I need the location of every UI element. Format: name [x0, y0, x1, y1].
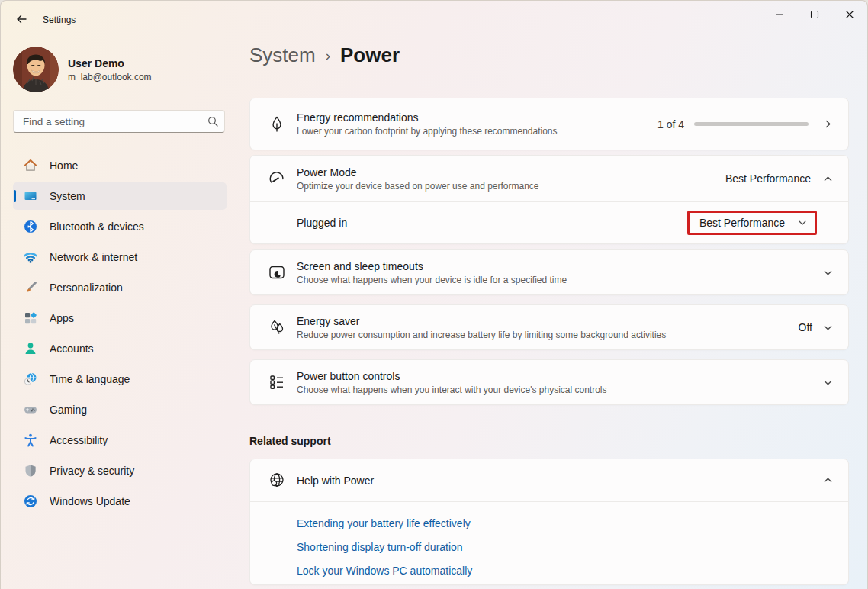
accessibility-icon — [23, 433, 38, 448]
card-text: Power button controls Choose what happen… — [297, 370, 823, 395]
screen-sleep-card[interactable]: Screen and sleep timeouts Choose what ha… — [249, 249, 849, 295]
back-button[interactable] — [11, 10, 31, 28]
chevron-up-icon — [823, 475, 833, 485]
energy-saver-card[interactable]: Energy saver Reduce power consumption an… — [249, 304, 849, 350]
back-arrow-icon — [15, 13, 27, 25]
power-mode-header[interactable]: Power Mode Optimize your device based on… — [250, 156, 848, 201]
sidebar-item-label: Home — [50, 159, 78, 172]
user-info: User Demo m_lab@outlook.com — [68, 56, 152, 83]
card-title: Energy recommendations — [297, 111, 657, 124]
card-text: Energy saver Reduce power consumption an… — [297, 315, 799, 340]
accounts-icon — [23, 341, 38, 356]
help-links: Extending your battery life effectively … — [250, 501, 848, 585]
sidebar-item-network-internet[interactable]: Network & internet — [13, 243, 227, 271]
sidebar-item-bluetooth-devices[interactable]: Bluetooth & devices — [13, 213, 227, 240]
energy-progress: 1 of 4 — [657, 118, 809, 130]
page-title: Power — [340, 43, 400, 67]
related-support-heading: Related support — [249, 435, 849, 447]
red-highlight-annotation: Best Performance — [687, 211, 817, 235]
sidebar-item-label: Apps — [50, 312, 74, 324]
sidebar-item-windows-update[interactable]: Windows Update — [13, 488, 227, 515]
card-description: Reduce power consumption and increase ba… — [297, 330, 799, 340]
avatar — [13, 47, 59, 92]
card-text: Help with Power — [297, 475, 823, 487]
power-button-controls-card[interactable]: Power button controls Choose what happen… — [249, 359, 849, 405]
plugged-in-dropdown[interactable]: Best Performance — [699, 217, 807, 229]
card-title: Power button controls — [297, 370, 823, 382]
sidebar-item-gaming[interactable]: Gaming — [13, 396, 227, 423]
sidebar-item-label: Accessibility — [50, 434, 108, 446]
close-button[interactable] — [832, 1, 867, 28]
settings-list: Energy recommendations Lower your carbon… — [249, 98, 849, 585]
screen-moon-icon — [268, 263, 288, 282]
main-content: System › Power Energy recommendations Lo… — [249, 34, 849, 589]
globe-search-icon — [268, 472, 288, 490]
gamepad-icon — [23, 402, 38, 417]
shield-icon — [23, 463, 38, 478]
card-title: Power Mode — [297, 166, 725, 179]
system-icon — [23, 188, 38, 204]
energy-recommendations-card[interactable]: Energy recommendations Lower your carbon… — [249, 98, 849, 150]
minimize-button[interactable] — [762, 1, 797, 28]
help-link-lock-pc[interactable]: Lock your Windows PC automatically — [297, 565, 472, 577]
card-text: Power Mode Optimize your device based on… — [297, 166, 725, 192]
energy-saver-leaves-icon — [268, 318, 288, 336]
card-description: Lower your carbon footprint by applying … — [297, 126, 657, 137]
time-language-icon — [23, 372, 38, 387]
controls-list-icon — [268, 373, 288, 391]
help-link-display-turn-off[interactable]: Shortening display turn-off duration — [297, 541, 463, 553]
sidebar-item-label: Accounts — [50, 343, 94, 355]
chevron-up-icon — [823, 174, 833, 184]
sidebar-item-label: Bluetooth & devices — [50, 220, 144, 233]
sidebar-item-label: Windows Update — [50, 495, 130, 507]
chevron-right-icon — [823, 119, 833, 129]
energy-saver-value: Off — [799, 321, 812, 333]
card-title: Screen and sleep timeouts — [297, 260, 823, 272]
maximize-button[interactable] — [797, 1, 832, 28]
user-account-card[interactable]: User Demo m_lab@outlook.com — [13, 47, 152, 92]
card-description: Optimize your device based on power use … — [297, 181, 725, 192]
minimize-icon — [773, 8, 786, 21]
chevron-down-icon — [823, 268, 833, 278]
dropdown-value: Best Performance — [699, 217, 785, 229]
sidebar-item-home[interactable]: Home — [13, 152, 227, 179]
bluetooth-icon — [23, 219, 38, 234]
sidebar-item-label: Gaming — [50, 404, 87, 416]
sidebar-item-time-language[interactable]: Time & language — [13, 365, 227, 393]
paintbrush-icon — [23, 280, 38, 295]
sidebar-item-privacy-security[interactable]: Privacy & security — [13, 457, 227, 484]
sidebar-item-apps[interactable]: Apps — [13, 304, 227, 332]
gauge-icon — [268, 169, 288, 188]
breadcrumb: System › Power — [249, 43, 400, 67]
sidebar-item-accounts[interactable]: Accounts — [13, 335, 227, 362]
apps-icon — [23, 311, 38, 326]
app-title: Settings — [43, 14, 76, 25]
chevron-down-icon — [798, 218, 807, 227]
sidebar-nav: Home System Bluetooth & devices Network … — [13, 152, 227, 518]
sidebar-item-label: System — [50, 190, 85, 202]
power-mode-value: Best Performance — [725, 172, 811, 185]
sidebar-item-personalization[interactable]: Personalization — [13, 274, 227, 301]
breadcrumb-parent[interactable]: System — [249, 43, 316, 67]
chevron-down-icon — [823, 323, 833, 333]
sidebar-item-label: Network & internet — [50, 251, 137, 263]
help-header[interactable]: Help with Power — [250, 459, 848, 501]
plugged-in-row: Plugged in Best Performance — [250, 201, 848, 243]
sidebar: User Demo m_lab@outlook.com Home Sys — [1, 34, 239, 589]
search-input[interactable] — [21, 115, 207, 128]
home-icon — [23, 158, 38, 173]
sidebar-item-system[interactable]: System — [13, 182, 227, 210]
user-email: m_lab@outlook.com — [68, 71, 152, 83]
plugged-in-label: Plugged in — [297, 217, 687, 229]
card-description: Choose what happens when your device is … — [297, 275, 823, 285]
titlebar: Settings — [1, 1, 867, 34]
close-icon — [844, 8, 856, 21]
search-box[interactable] — [13, 110, 225, 133]
card-title: Energy saver — [297, 315, 799, 327]
help-link-battery-life[interactable]: Extending your battery life effectively — [297, 517, 471, 529]
card-text: Energy recommendations Lower your carbon… — [297, 111, 657, 137]
sidebar-item-accessibility[interactable]: Accessibility — [13, 426, 227, 454]
card-description: Choose what happens when you interact wi… — [297, 385, 823, 395]
sidebar-item-label: Time & language — [50, 373, 130, 385]
card-text: Screen and sleep timeouts Choose what ha… — [297, 260, 823, 285]
